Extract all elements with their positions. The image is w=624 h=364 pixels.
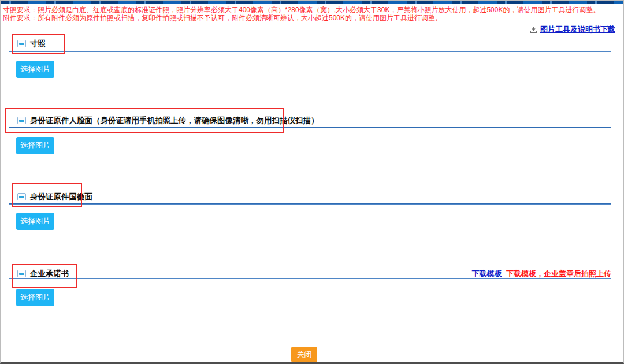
- collapse-icon[interactable]: [17, 117, 26, 124]
- section-header-id-front[interactable]: 身份证原件人脸面（身份证请用手机拍照上传，请确保图像清晰，勿用扫描仪扫描）: [17, 116, 319, 125]
- download-template-link[interactable]: 下载模板: [471, 269, 502, 278]
- clipped-header-bar: [1, 1, 623, 4]
- section-title: 寸照: [30, 39, 46, 49]
- image-tool-download-link[interactable]: 图片工具及说明书下载: [540, 24, 615, 35]
- download-template-note-link[interactable]: 下载模板，企业盖章后拍照上传: [506, 269, 611, 278]
- upload-attachments-page: 寸照要求：照片必须是白底、红底或蓝底的标准证件照，照片分辨率必须大于400像素（…: [0, 0, 624, 364]
- select-image-button-id-front[interactable]: 选择图片: [16, 137, 54, 154]
- section-divider: [9, 127, 611, 128]
- collapse-icon[interactable]: [17, 193, 26, 200]
- download-icon: [530, 26, 537, 34]
- section-divider: [9, 51, 611, 52]
- select-image-button-id-back[interactable]: 选择图片: [16, 213, 54, 230]
- collapse-icon[interactable]: [17, 270, 26, 277]
- section-title: 身份证原件人脸面（身份证请用手机拍照上传，请确保图像清晰，勿用扫描仪扫描）: [30, 116, 319, 126]
- section-header-commitment[interactable]: 企业承诺书: [17, 269, 69, 278]
- select-image-button-commitment[interactable]: 选择图片: [16, 289, 54, 306]
- close-button[interactable]: 关闭: [291, 347, 317, 362]
- collapse-icon[interactable]: [17, 40, 26, 47]
- section-title: 身份证原件国徽面: [30, 192, 92, 202]
- select-image-button-photo[interactable]: 选择图片: [16, 61, 54, 78]
- toolbar: 图片工具及说明书下载: [530, 24, 615, 35]
- section-title: 企业承诺书: [30, 269, 69, 279]
- section-header-id-back[interactable]: 身份证原件国徽面: [17, 192, 92, 202]
- section-header-photo[interactable]: 寸照: [17, 39, 46, 49]
- section-divider: [9, 203, 611, 205]
- photo-requirement-notice: 寸照要求：照片必须是白底、红底或蓝底的标准证件照，照片分辨率必须大于400像素（…: [3, 6, 621, 14]
- attachment-requirement-notice: 附件要求：所有附件必须为原件拍照或扫描，复印件拍照或扫描不予认可，附件必须清晰可…: [3, 14, 621, 22]
- section-divider: [9, 278, 611, 279]
